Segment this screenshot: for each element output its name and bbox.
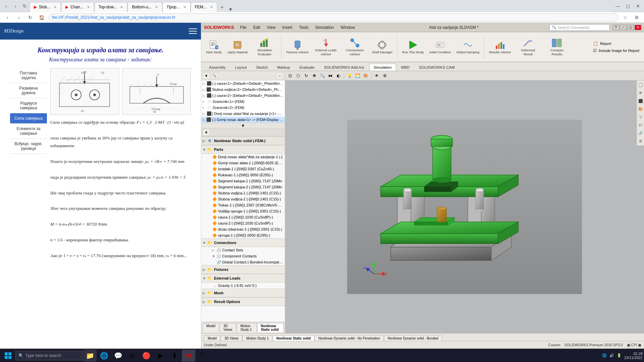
results-advisor-button[interactable]: Results Advisor: [487, 38, 513, 56]
sw-minimize-button[interactable]: −: [620, 25, 627, 30]
bottom-tab-nl-dynamic-bonded[interactable]: Nonlinear Dynamic solid - Bonded: [384, 336, 442, 341]
browser-tab-3[interactable]: Top-dow... ✕: [94, 2, 128, 12]
sw-search-box[interactable]: 🔍 Search Commands: [549, 24, 610, 31]
extensions-button[interactable]: ⚙: [632, 13, 641, 22]
vp-zoom-btn[interactable]: 🔍: [319, 72, 326, 79]
nav-item-vodice[interactable]: Вођице, чауре, рукавци: [10, 139, 47, 154]
tree-part-rukavac[interactable]: 🔶 Rukavac-1 (-[SW]1.0050 (E295)-): [201, 172, 285, 178]
restore-button[interactable]: ◻: [623, 1, 633, 11]
vp-settings-btn[interactable]: ⚙: [381, 72, 388, 79]
tab-assembly[interactable]: Assembly: [205, 64, 230, 71]
new-study-button[interactable]: + New Study: [204, 38, 224, 56]
back-button[interactable]: ‹: [1, 1, 11, 11]
tree-part-seg1[interactable]: 🔶 Segment kalupa-1 (-[SW]1.7147 (20Mn: [201, 178, 285, 184]
sw-connections-header[interactable]: ▼ 📁 Connections: [201, 238, 285, 247]
tree-part-caura2v[interactable]: 🔶 caura-2 (-[SW]2.1030 (CuSn8P)-): [201, 220, 285, 226]
sw-fixtures-header[interactable]: ▷ 📁 Fixtures: [201, 265, 285, 274]
color-icon[interactable]: 🎨: [638, 106, 644, 112]
fixtures-advisor-button[interactable]: Fixtures Advisor: [284, 38, 311, 56]
browser-tab-2[interactable]: ▶ Chan... ✕: [61, 2, 94, 12]
tree-contact-sets[interactable]: ▷ ⬜ Contact Sets: [201, 247, 285, 253]
vp-lights-btn[interactable]: 💡: [346, 72, 353, 79]
sw-menu-window[interactable]: Window: [337, 24, 358, 31]
tree-item-caura2[interactable]: ▷ ⬛ (-) caura<2> (Default<<Default>_Phot…: [201, 93, 285, 99]
address-forward-button[interactable]: ›: [14, 13, 23, 22]
vp-perspective-btn[interactable]: ⬡: [294, 72, 302, 79]
taskbar-file-explorer[interactable]: 📁: [83, 350, 97, 362]
taskbar-sw-app[interactable]: SW: [182, 350, 195, 362]
tab-3dviews[interactable]: 3D Views: [220, 323, 236, 332]
sw-menu-insert[interactable]: Insert: [279, 24, 296, 31]
tab-simulation[interactable]: Simulation: [369, 64, 396, 71]
taskbar-app5[interactable]: 🔴: [140, 350, 153, 362]
browser-tab-5[interactable]: Прор... ✕: [162, 2, 191, 12]
address-back-button[interactable]: ‹: [3, 13, 12, 22]
tree-scroll-down[interactable]: ▼: [201, 123, 285, 128]
apply-material-button[interactable]: M Apply Material: [225, 38, 250, 56]
tree-item-granicnik2[interactable]: ▪ □ Granicnik<2> (FEM): [201, 105, 285, 111]
deformed-result-button[interactable]: Deformed Result: [514, 36, 542, 58]
report-button[interactable]: 📋 📋 Report: [591, 41, 641, 47]
tree-item-granicnik1[interactable]: ▪ □ Granicnik<1> (FEM): [201, 99, 285, 105]
tab-overflow-button[interactable]: ▼: [227, 7, 234, 12]
hamburger-menu[interactable]: [189, 28, 197, 34]
tree-part-vodilija[interactable]: 🔶 Vodilija opruge-1 (-[SW]1.0301 (C10)-): [201, 208, 285, 214]
tree-part-caura1v[interactable]: 🔶 caura-1 (-[SW]2.1030 (CuSn8P)-): [201, 214, 285, 220]
start-button[interactable]: [1, 350, 15, 362]
taskbar-shield[interactable]: 🛡: [196, 350, 209, 362]
external-loads-button[interactable]: F External Loads Advisor: [312, 36, 340, 58]
tree-part-stubna2v[interactable]: 🔶 Stubna vodjica-2 (-[SW]0.1401 (C15)-): [201, 196, 285, 202]
taskbar-downloads[interactable]: ⬇: [168, 350, 181, 362]
tree-part-izradak[interactable]: 🔶 Izradak-1 (-[SW]2.0367 (CuZn40-): [201, 166, 285, 172]
tree-part-seg2[interactable]: 🔶 Segment kalupa-2 (-[SW]1.7147 (20Mn: [201, 184, 285, 190]
tag-icon[interactable]: 🏷: [638, 122, 644, 128]
taskbar-chrome[interactable]: ⊙: [125, 350, 139, 362]
compare-results-button[interactable]: Compare Results: [543, 36, 571, 58]
tab-cam[interactable]: SOLIDWORKS CAM: [415, 64, 459, 71]
bottom-tab-motion[interactable]: Motion Study 1: [243, 336, 272, 341]
sw-help-button[interactable]: ?: [612, 25, 619, 30]
tree-item-caura1[interactable]: ▷ ⬛ (-) caura<1> (Default<<Default>_Phot…: [201, 80, 285, 86]
tree-part-donji[interactable]: 🔶 Donji nosac alata^Alat za savijanje-1 …: [201, 154, 285, 160]
home-button[interactable]: 🏠: [37, 13, 46, 22]
taskbar-network-icon[interactable]: 🌐: [602, 353, 607, 358]
run-study-button[interactable]: Run This Study: [400, 38, 426, 56]
vp-appearance-btn[interactable]: 🎨: [362, 72, 369, 79]
close-button[interactable]: ✕: [633, 1, 643, 11]
layers-icon[interactable]: ⬛: [638, 98, 644, 104]
taskbar-volume-icon[interactable]: 🔊: [609, 353, 614, 358]
filter-icon[interactable]: ▽: [638, 114, 644, 120]
forward-button[interactable]: ›: [11, 1, 20, 11]
tree-collapse-btn[interactable]: −: [276, 72, 283, 79]
tab-addins[interactable]: SOLIDWORKS Add-Ins: [320, 64, 369, 71]
vp-zoom-fit-btn[interactable]: ⊡: [286, 72, 294, 79]
tree-global-contact[interactable]: 🔗 Global Contact (-Bonded-Incompatible m…: [201, 259, 285, 265]
tree-gravity[interactable]: ↓ Gravity-1 (-9.81 m/s^2:): [201, 283, 285, 289]
sw-menu-file[interactable]: File: [237, 24, 250, 31]
global-damping-button[interactable]: Global Damping: [454, 38, 481, 56]
add-tab-button[interactable]: +: [217, 3, 227, 12]
nav-item-sila[interactable]: Сила савијања: [10, 113, 47, 124]
vp-rotate-btn[interactable]: ↻: [303, 72, 310, 79]
nav-item-radijusi[interactable]: Радијуси савијања: [10, 98, 47, 113]
fem-filter-btn[interactable]: ▼: [203, 129, 210, 136]
vp-scenes-btn[interactable]: 🌅: [354, 72, 361, 79]
sw-menu-simulation[interactable]: Simulation: [312, 24, 337, 31]
taskbar-clock[interactable]: 01:28 23/11/2021: [624, 352, 643, 360]
tree-part-drzac[interactable]: 🔶 drzac-izbacivac-1 (-[SW]1.0301 (C10)-): [201, 226, 285, 232]
tab-markup[interactable]: Markup: [273, 64, 294, 71]
tree-part-gornji[interactable]: 🔶 Gornji nosac alata-1 (-[SW]0.6025 (EN-…: [201, 160, 285, 166]
sw-restore-button[interactable]: ◻: [627, 25, 634, 30]
bottom-tab-3dviews[interactable]: 3D Views: [221, 336, 242, 341]
tab-layout[interactable]: Layout: [231, 64, 251, 71]
nav-item-razvijena[interactable]: Развијена дужина: [10, 83, 47, 98]
tree-part-stubna1[interactable]: 🔶 Stubna vodjica-1 (-[SW]0.1401 (C15)-): [201, 190, 285, 196]
sw-ext-loads-header[interactable]: ▼ 📁 External Loads: [201, 274, 285, 283]
address-refresh-button[interactable]: ↻: [25, 13, 35, 22]
sw-close-button[interactable]: ✕: [635, 25, 641, 30]
vp-view-btn[interactable]: 👁: [373, 72, 380, 79]
tab-evaluate[interactable]: Evaluate: [295, 64, 319, 71]
link-icon[interactable]: 🔗: [638, 130, 644, 136]
vp-display-btn[interactable]: ◐: [335, 72, 342, 79]
sw-menu-tools[interactable]: Tools: [296, 24, 312, 31]
